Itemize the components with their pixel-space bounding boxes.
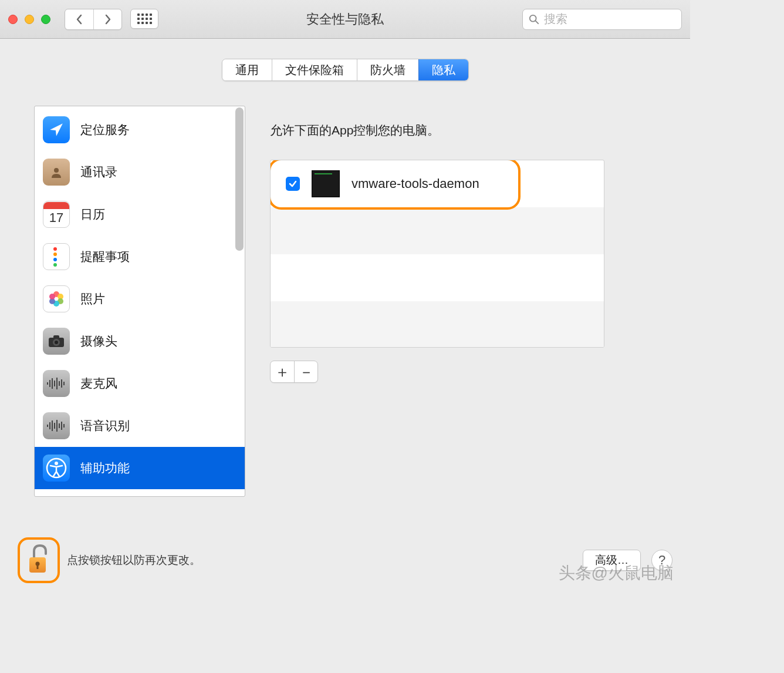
svg-rect-25 xyxy=(56,420,58,432)
sidebar-item-label: 照片 xyxy=(80,291,105,307)
location-icon xyxy=(43,116,70,143)
sidebar-item-camera[interactable]: 摄像头 xyxy=(39,320,234,362)
app-name-label: vmware-tools-daemon xyxy=(352,176,479,191)
svg-point-0 xyxy=(530,15,536,21)
svg-rect-27 xyxy=(61,422,62,430)
svg-point-2 xyxy=(54,168,59,173)
scrollbar-thumb[interactable] xyxy=(235,107,244,251)
accessibility-icon xyxy=(43,455,70,482)
svg-rect-13 xyxy=(47,382,48,385)
titlebar: 安全性与隐私 xyxy=(0,0,690,39)
microphone-icon xyxy=(43,370,70,397)
checkmark-icon xyxy=(288,179,298,189)
svg-line-1 xyxy=(536,21,539,23)
sidebar-item-label: 摄像头 xyxy=(80,333,117,349)
speech-icon xyxy=(43,412,70,439)
sidebar-item-label: 日历 xyxy=(80,206,105,223)
help-button[interactable]: ? xyxy=(651,550,673,571)
svg-rect-23 xyxy=(52,420,53,431)
window-close-button[interactable] xyxy=(8,15,18,24)
lock-button[interactable] xyxy=(26,543,52,577)
app-icon xyxy=(312,170,340,197)
search-icon xyxy=(529,14,539,25)
add-app-button[interactable]: ＋ xyxy=(271,361,294,382)
svg-rect-19 xyxy=(61,379,62,388)
sidebar-item-microphone[interactable]: 麦克风 xyxy=(39,362,234,405)
search-field[interactable] xyxy=(522,9,682,30)
grid-icon xyxy=(137,14,152,24)
sidebar-item-speech[interactable]: 语音识别 xyxy=(39,405,234,447)
svg-rect-14 xyxy=(49,380,50,387)
svg-rect-17 xyxy=(56,378,58,389)
tab-filevault[interactable]: 文件保险箱 xyxy=(272,59,357,80)
section-heading: 允许下面的App控制您的电脑。 xyxy=(270,122,656,139)
tab-firewall[interactable]: 防火墙 xyxy=(357,59,418,80)
sidebar-item-label: 辅助功能 xyxy=(80,460,130,476)
reminders-icon xyxy=(43,243,70,270)
sidebar-item-location[interactable]: 定位服务 xyxy=(39,109,234,151)
window-zoom-button[interactable] xyxy=(41,15,50,24)
back-button[interactable] xyxy=(65,9,93,29)
sidebar-item-accessibility[interactable]: 辅助功能 xyxy=(35,447,245,489)
sidebar-item-label: 麦克风 xyxy=(80,375,117,392)
tab-bar: 通用 文件保险箱 防火墙 隐私 xyxy=(222,59,469,81)
contacts-icon xyxy=(43,159,70,186)
sidebar-item-label: 通讯录 xyxy=(80,164,117,180)
chevron-left-icon xyxy=(75,14,83,25)
svg-rect-21 xyxy=(47,425,48,427)
svg-point-30 xyxy=(55,462,58,465)
sidebar-item-photos[interactable]: 照片 xyxy=(39,278,234,320)
chevron-right-icon xyxy=(104,14,112,25)
app-list-row[interactable]: vmware-tools-daemon xyxy=(271,160,604,207)
privacy-category-list: 定位服务 通讯录 17 日历 xyxy=(34,106,245,497)
svg-point-8 xyxy=(49,294,55,300)
svg-rect-10 xyxy=(53,335,59,339)
sidebar-item-reminders[interactable]: 提醒事项 xyxy=(39,235,234,278)
tab-general[interactable]: 通用 xyxy=(222,59,272,80)
sidebar-item-label: 定位服务 xyxy=(80,122,130,138)
advanced-button[interactable]: 高级… xyxy=(583,550,641,571)
remove-app-button[interactable]: － xyxy=(294,361,317,382)
svg-rect-26 xyxy=(59,423,60,428)
window-minimize-button[interactable] xyxy=(25,15,34,24)
svg-rect-33 xyxy=(37,564,39,569)
svg-point-12 xyxy=(55,341,58,344)
sidebar-item-label: 语音识别 xyxy=(80,418,130,434)
app-permission-list: vmware-tools-daemon xyxy=(270,160,604,348)
tab-privacy[interactable]: 隐私 xyxy=(418,59,468,80)
svg-rect-24 xyxy=(54,423,55,429)
svg-rect-18 xyxy=(59,381,60,386)
svg-rect-22 xyxy=(49,422,50,429)
unlocked-padlock-icon xyxy=(26,543,52,575)
search-input[interactable] xyxy=(544,12,675,26)
lock-description: 点按锁按钮以防再次更改。 xyxy=(67,553,201,568)
svg-rect-20 xyxy=(63,382,65,385)
app-list-row xyxy=(271,301,604,348)
app-permission-checkbox[interactable] xyxy=(286,177,300,191)
camera-icon xyxy=(43,328,70,355)
calendar-icon: 17 xyxy=(43,201,70,228)
sidebar-item-contacts[interactable]: 通讯录 xyxy=(39,151,234,193)
forward-button[interactable] xyxy=(93,9,121,29)
app-list-row xyxy=(271,254,604,301)
app-list-row xyxy=(271,207,604,254)
sidebar-item-label: 提醒事项 xyxy=(80,248,130,265)
svg-rect-16 xyxy=(54,381,55,386)
svg-rect-28 xyxy=(63,424,65,428)
photos-icon xyxy=(43,285,70,312)
show-all-button[interactable] xyxy=(130,9,158,29)
sidebar-item-calendar[interactable]: 17 日历 xyxy=(39,193,234,235)
svg-rect-15 xyxy=(52,378,53,389)
